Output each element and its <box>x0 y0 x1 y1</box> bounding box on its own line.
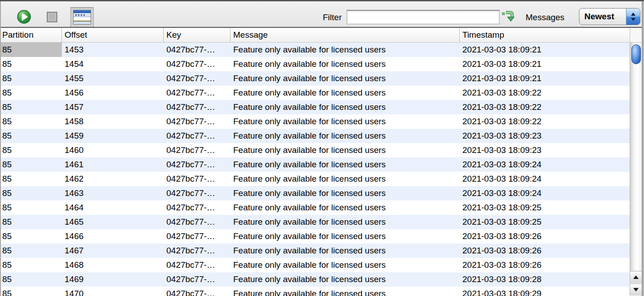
table-row[interactable]: 85 1454 0427bc77-… Feature only availabl… <box>0 57 630 71</box>
cell-partition[interactable]: 85 <box>1 129 62 143</box>
cell-partition[interactable]: 85 <box>1 287 62 296</box>
scrollbar-thumb[interactable] <box>631 44 641 64</box>
cell-offset[interactable]: 1466 <box>62 229 164 244</box>
cell-timestamp[interactable]: 2021-03-03 18:09:24 <box>460 172 630 186</box>
cell-message[interactable]: Feature only available for licensed user… <box>231 172 460 186</box>
cell-message[interactable]: Feature only available for licensed user… <box>231 57 460 71</box>
cell-timestamp[interactable]: 2021-03-03 18:09:29 <box>460 287 630 296</box>
cell-offset[interactable]: 1465 <box>62 215 164 229</box>
cell-key[interactable]: 0427bc77-… <box>164 143 231 157</box>
cell-partition[interactable]: 85 <box>1 100 62 114</box>
table-row[interactable]: 85 1469 0427bc77-… Feature only availabl… <box>0 272 630 287</box>
cell-timestamp[interactable]: 2021-03-03 18:09:22 <box>460 100 630 114</box>
cell-partition[interactable]: 85 <box>1 186 62 200</box>
table-row[interactable]: 85 1468 0427bc77-… Feature only availabl… <box>0 258 630 272</box>
cell-timestamp[interactable]: 2021-03-03 18:09:23 <box>460 129 630 143</box>
cell-offset[interactable]: 1459 <box>62 129 164 143</box>
cell-offset[interactable]: 1461 <box>62 157 164 172</box>
cell-timestamp[interactable]: 2021-03-03 18:09:25 <box>460 200 630 215</box>
column-header-partition[interactable]: Partition <box>1 28 62 42</box>
cell-key[interactable]: 0427bc77-… <box>164 71 231 86</box>
cell-key[interactable]: 0427bc77-… <box>164 200 231 215</box>
cell-partition[interactable]: 85 <box>1 244 62 258</box>
message-panel-toggle-button[interactable] <box>70 7 94 27</box>
table-row[interactable]: 85 1466 0427bc77-… Feature only availabl… <box>0 229 630 244</box>
scrollbar-track[interactable] <box>630 43 642 271</box>
table-row[interactable]: 85 1459 0427bc77-… Feature only availabl… <box>0 129 630 143</box>
messages-sort-dropdown[interactable]: Newest <box>579 8 640 25</box>
filter-input[interactable] <box>347 10 500 24</box>
cell-message[interactable]: Feature only available for licensed user… <box>231 244 460 258</box>
cell-offset[interactable]: 1469 <box>62 272 164 287</box>
table-row[interactable]: 85 1455 0427bc77-… Feature only availabl… <box>0 71 630 86</box>
cell-timestamp[interactable]: 2021-03-03 18:09:22 <box>460 86 630 100</box>
cell-partition[interactable]: 85 <box>1 229 62 244</box>
table-row[interactable]: 85 1458 0427bc77-… Feature only availabl… <box>0 114 630 129</box>
table-row[interactable]: 85 1457 0427bc77-… Feature only availabl… <box>0 100 630 114</box>
cell-key[interactable]: 0427bc77-… <box>164 215 231 229</box>
cell-message[interactable]: Feature only available for licensed user… <box>231 143 460 157</box>
cell-message[interactable]: Feature only available for licensed user… <box>231 272 460 287</box>
cell-offset[interactable]: 1457 <box>62 100 164 114</box>
table-row[interactable]: 85 1463 0427bc77-… Feature only availabl… <box>0 186 630 200</box>
cell-partition[interactable]: 85 <box>1 114 62 129</box>
cell-offset[interactable]: 1453 <box>62 43 164 57</box>
cell-message[interactable]: Feature only available for licensed user… <box>231 215 460 229</box>
cell-key[interactable]: 0427bc77-… <box>164 157 231 172</box>
cell-partition[interactable]: 85 <box>1 157 62 172</box>
cell-offset[interactable]: 1454 <box>62 57 164 71</box>
cell-timestamp[interactable]: 2021-03-03 18:09:25 <box>460 215 630 229</box>
cell-message[interactable]: Feature only available for licensed user… <box>231 129 460 143</box>
table-row[interactable]: 85 1464 0427bc77-… Feature only availabl… <box>0 200 630 215</box>
cell-key[interactable]: 0427bc77-… <box>164 229 231 244</box>
table-row[interactable]: 85 1467 0427bc77-… Feature only availabl… <box>0 244 630 258</box>
cell-key[interactable]: 0427bc77-… <box>164 43 231 57</box>
cell-key[interactable]: 0427bc77-… <box>164 172 231 186</box>
cell-timestamp[interactable]: 2021-03-03 18:09:28 <box>460 272 630 287</box>
cell-partition[interactable]: 85 <box>1 57 62 71</box>
cell-partition[interactable]: 85 <box>1 43 62 57</box>
apply-filter-button[interactable] <box>502 11 514 23</box>
cell-timestamp[interactable]: 2021-03-03 18:09:21 <box>460 71 630 86</box>
cell-message[interactable]: Feature only available for licensed user… <box>231 157 460 172</box>
cell-partition[interactable]: 85 <box>1 143 62 157</box>
table-row[interactable]: 85 1462 0427bc77-… Feature only availabl… <box>0 172 630 186</box>
play-button[interactable] <box>17 9 31 24</box>
cell-partition[interactable]: 85 <box>1 71 62 86</box>
cell-message[interactable]: Feature only available for licensed user… <box>231 258 460 272</box>
column-header-key[interactable]: Key <box>164 28 231 42</box>
cell-key[interactable]: 0427bc77-… <box>164 186 231 200</box>
cell-partition[interactable]: 85 <box>1 272 62 287</box>
cell-timestamp[interactable]: 2021-03-03 18:09:26 <box>460 244 630 258</box>
stop-button[interactable] <box>47 12 57 22</box>
column-header-timestamp[interactable]: Timestamp <box>460 28 630 42</box>
cell-key[interactable]: 0427bc77-… <box>164 244 231 258</box>
cell-message[interactable]: Feature only available for licensed user… <box>231 287 460 296</box>
cell-key[interactable]: 0427bc77-… <box>164 100 231 114</box>
cell-timestamp[interactable]: 2021-03-03 18:09:23 <box>460 143 630 157</box>
cell-partition[interactable]: 85 <box>1 258 62 272</box>
table-row[interactable]: 85 1460 0427bc77-… Feature only availabl… <box>0 143 630 157</box>
cell-key[interactable]: 0427bc77-… <box>164 86 231 100</box>
cell-timestamp[interactable]: 2021-03-03 18:09:21 <box>460 43 630 57</box>
cell-message[interactable]: Feature only available for licensed user… <box>231 229 460 244</box>
table-row[interactable]: 85 1465 0427bc77-… Feature only availabl… <box>0 215 630 229</box>
cell-message[interactable]: Feature only available for licensed user… <box>231 100 460 114</box>
cell-offset[interactable]: 1460 <box>62 143 164 157</box>
cell-key[interactable]: 0427bc77-… <box>164 129 231 143</box>
cell-key[interactable]: 0427bc77-… <box>164 114 231 129</box>
table-row[interactable]: 85 1470 0427bc77-… Feature only availabl… <box>0 287 630 296</box>
cell-message[interactable]: Feature only available for licensed user… <box>231 71 460 86</box>
cell-partition[interactable]: 85 <box>1 172 62 186</box>
table-row[interactable]: 85 1461 0427bc77-… Feature only availabl… <box>0 157 630 172</box>
cell-timestamp[interactable]: 2021-03-03 18:09:24 <box>460 186 630 200</box>
table-row[interactable]: 85 1456 0427bc77-… Feature only availabl… <box>0 86 630 100</box>
cell-message[interactable]: Feature only available for licensed user… <box>231 43 460 57</box>
cell-offset[interactable]: 1464 <box>62 200 164 215</box>
cell-offset[interactable]: 1468 <box>62 258 164 272</box>
cell-key[interactable]: 0427bc77-… <box>164 258 231 272</box>
cell-offset[interactable]: 1455 <box>62 71 164 86</box>
cell-timestamp[interactable]: 2021-03-03 18:09:21 <box>460 57 630 71</box>
cell-offset[interactable]: 1467 <box>62 244 164 258</box>
cell-offset[interactable]: 1458 <box>62 114 164 129</box>
